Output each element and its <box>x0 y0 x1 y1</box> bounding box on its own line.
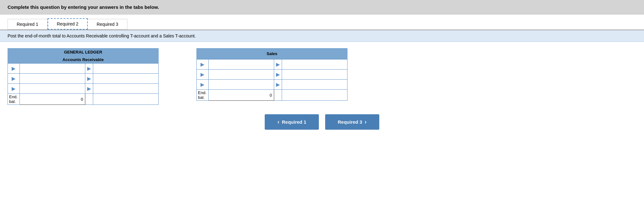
end-balance-row-sales: End. bal. <box>197 90 347 101</box>
tab-required1[interactable]: Required 1 <box>8 19 48 30</box>
input-ar-endbal[interactable] <box>22 97 83 102</box>
end-bal-value-ar[interactable] <box>20 94 85 105</box>
cell-left-val-2[interactable] <box>20 74 85 84</box>
instruction-text: Post the end-of-month total to Accounts … <box>8 33 196 38</box>
input-ar-left-2[interactable] <box>22 76 83 81</box>
accounts-receivable-table: ▶ ▶ ▶ ▶ ▶ ▶ <box>8 63 159 105</box>
instruction-bar: Post the end-of-month total to Accounts … <box>0 30 644 42</box>
sales-container: Sales ▶ ▶ ▶ ▶ ▶ <box>196 48 347 101</box>
input-sales-right-2[interactable] <box>284 72 345 77</box>
sales-cell-right-3[interactable] <box>282 80 347 90</box>
tab-required3-label: Required 3 <box>97 22 118 27</box>
sales-title: Sales <box>196 48 347 59</box>
table-row: ▶ ▶ <box>8 74 159 84</box>
end-balance-row-ar: End. bal. <box>8 94 159 105</box>
sales-table: ▶ ▶ ▶ ▶ ▶ ▶ <box>196 59 347 101</box>
end-bal-empty-arrow <box>85 94 93 105</box>
sales-arrow-right-2: ▶ <box>274 70 282 80</box>
input-ar-right-3[interactable] <box>95 86 156 91</box>
main-content: GENERAL LEDGER Accounts Receivable ▶ ▶ ▶… <box>0 42 644 136</box>
next-icon: › <box>365 119 367 125</box>
top-banner: Complete this question by entering your … <box>0 0 644 14</box>
table-row: ▶ ▶ <box>197 80 347 90</box>
accounts-receivable-container: GENERAL LEDGER Accounts Receivable ▶ ▶ ▶… <box>8 48 159 105</box>
cell-right-val-2[interactable] <box>93 74 158 84</box>
end-bal-value-sales[interactable] <box>208 90 274 101</box>
input-sales-left-1[interactable] <box>211 62 272 67</box>
sales-cell-right-1[interactable] <box>282 59 347 70</box>
input-ar-left-3[interactable] <box>22 86 83 91</box>
input-ar-right-2[interactable] <box>95 76 156 81</box>
end-bal-empty-right <box>93 94 158 105</box>
end-bal-label-sales: End. bal. <box>197 90 209 101</box>
next-button-label: Required 3 <box>338 119 362 125</box>
tab-required2-label: Required 2 <box>57 21 79 26</box>
input-sales-endbal[interactable] <box>211 93 272 98</box>
tabs-section: Required 1 Required 2 Required 3 <box>0 14 644 30</box>
next-button[interactable]: Required 3 › <box>325 114 379 130</box>
tab-required2[interactable]: Required 2 <box>48 18 88 30</box>
sales-arrow-right-1: ▶ <box>274 59 282 70</box>
prev-button-label: Required 1 <box>282 119 306 125</box>
sales-cell-right-2[interactable] <box>282 70 347 80</box>
cell-right-val-1[interactable] <box>93 64 158 74</box>
cell-right-val-3[interactable] <box>93 84 158 94</box>
arrow-left-3: ▶ <box>8 84 20 94</box>
sales-arrow-left-1: ▶ <box>197 59 209 70</box>
sales-arrow-left-3: ▶ <box>197 80 209 90</box>
arrow-left-1: ▶ <box>8 64 20 74</box>
cell-left-val-3[interactable] <box>20 84 85 94</box>
table-row: ▶ ▶ <box>197 70 347 80</box>
arrow-right-2: ▶ <box>85 74 93 84</box>
end-bal-label-ar: End. bal. <box>8 94 20 105</box>
ledger-wrapper: GENERAL LEDGER Accounts Receivable ▶ ▶ ▶… <box>8 48 636 105</box>
input-sales-right-1[interactable] <box>284 62 345 67</box>
input-ar-right-1[interactable] <box>95 66 156 71</box>
tab-required1-label: Required 1 <box>17 22 38 27</box>
input-ar-left-1[interactable] <box>22 66 83 71</box>
input-sales-left-3[interactable] <box>211 82 272 87</box>
arrow-right-1: ▶ <box>85 64 93 74</box>
arrow-right-3: ▶ <box>85 84 93 94</box>
input-sales-right-3[interactable] <box>284 82 345 87</box>
prev-button[interactable]: ‹ Required 1 <box>265 114 319 130</box>
general-ledger-title: GENERAL LEDGER <box>8 48 159 56</box>
table-row: ▶ ▶ <box>197 59 347 70</box>
input-sales-left-2[interactable] <box>211 72 272 77</box>
sales-cell-left-3[interactable] <box>208 80 274 90</box>
accounts-receivable-subtitle: Accounts Receivable <box>8 56 159 63</box>
table-row: ▶ ▶ <box>8 64 159 74</box>
prev-icon: ‹ <box>277 119 279 125</box>
table-row: ▶ ▶ <box>8 84 159 94</box>
arrow-left-2: ▶ <box>8 74 20 84</box>
banner-text: Complete this question by entering your … <box>8 4 159 10</box>
sales-arrow-left-2: ▶ <box>197 70 209 80</box>
cell-left-val-1[interactable] <box>20 64 85 74</box>
sales-cell-left-2[interactable] <box>208 70 274 80</box>
footer-buttons: ‹ Required 1 Required 3 › <box>8 114 636 130</box>
sales-arrow-right-3: ▶ <box>274 80 282 90</box>
tab-required3[interactable]: Required 3 <box>88 19 127 30</box>
sales-cell-left-1[interactable] <box>208 59 274 70</box>
sales-end-bal-empty-right <box>282 90 347 101</box>
sales-end-bal-empty-arrow <box>274 90 282 101</box>
